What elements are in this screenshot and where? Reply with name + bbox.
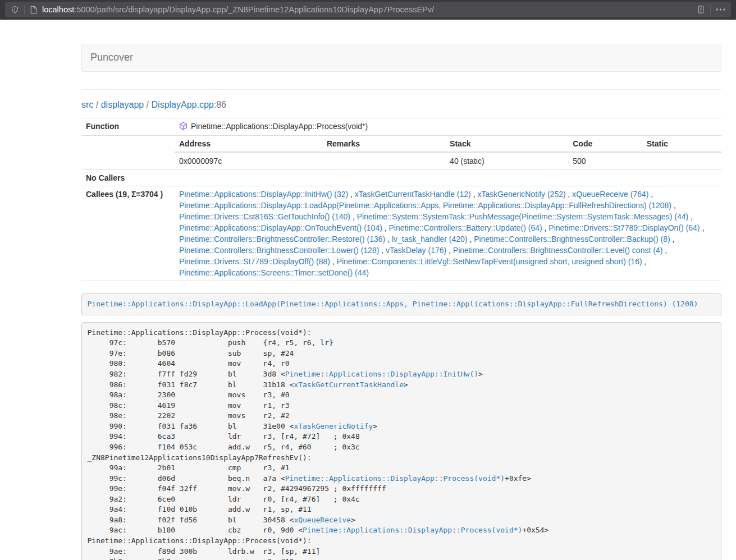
breadcrumb: src / displayapp / DisplayApp.cpp:86 bbox=[81, 99, 721, 110]
callee-link[interactable]: Pinetime::Applications::Screens::Timer::… bbox=[179, 268, 369, 277]
callee-link[interactable]: Pinetime::Applications::DisplayApp::Load… bbox=[179, 201, 671, 210]
stats-value-row: 0x0000097c40 (static)500 bbox=[175, 152, 721, 169]
callee-link[interactable]: Pinetime::Drivers::St7789::DisplayOff() … bbox=[179, 257, 330, 266]
urlbar-divider bbox=[24, 5, 25, 15]
callee-link[interactable]: Pinetime::Controllers::BrightnessControl… bbox=[474, 235, 670, 244]
function-label: Function bbox=[81, 118, 175, 136]
callee-link[interactable]: Pinetime::Controllers::Battery::Update()… bbox=[389, 223, 542, 232]
breadcrumb-link[interactable]: DisplayApp.cpp bbox=[152, 100, 214, 109]
menu-icon[interactable] bbox=[716, 8, 725, 11]
function-table: Function Pinetime::Applications::Display… bbox=[81, 118, 721, 281]
stats-row: AddressRemarksStackCodeStatic 0x0000097c… bbox=[81, 136, 721, 170]
callee-link[interactable]: xTaskGenericNotify (252) bbox=[477, 190, 565, 199]
no-callers-row: No Callers bbox=[81, 170, 721, 186]
urlbar-divider bbox=[710, 5, 711, 15]
disassembly-symbol-link[interactable]: xTaskGetCurrentTaskHandle bbox=[294, 380, 404, 389]
callee-link[interactable]: lv_task_handler (420) bbox=[392, 235, 468, 244]
callee-link[interactable]: xQueueReceive (764) bbox=[572, 190, 648, 199]
column-header: Static bbox=[642, 136, 721, 152]
page-content: Puncover src / displayapp / DisplayApp.c… bbox=[81, 44, 721, 560]
empty-cell bbox=[81, 136, 175, 170]
highlighted-symbol-link[interactable]: Pinetime::Applications::DisplayApp::Load… bbox=[88, 300, 698, 308]
table-cell bbox=[642, 152, 721, 169]
stats-table: AddressRemarksStackCodeStatic 0x0000097c… bbox=[175, 136, 721, 169]
url-host: localhost bbox=[42, 5, 74, 14]
app-navbar: Puncover bbox=[81, 44, 721, 72]
url-text[interactable]: localhost:5000/path/src/displayapp/Displ… bbox=[42, 4, 697, 16]
shield-icon[interactable] bbox=[11, 6, 19, 14]
disassembly-symbol-link[interactable]: xQueueReceive bbox=[294, 516, 351, 524]
cube-icon bbox=[179, 122, 188, 133]
callee-link[interactable]: Pinetime::System::SystemTask::PushMessag… bbox=[357, 212, 689, 221]
callees-list: Pinetime::Applications::DisplayApp::Init… bbox=[175, 186, 721, 281]
disassembly-symbol-link[interactable]: Pinetime::Applications::DisplayApp::Proc… bbox=[285, 474, 505, 483]
table-cell bbox=[322, 152, 445, 169]
callee-link[interactable]: Pinetime::Components::LittleVgl::SetNewT… bbox=[337, 257, 642, 266]
disassembly-symbol-link[interactable]: Pinetime::Applications::DisplayApp::Proc… bbox=[303, 526, 522, 534]
callees-label: Callees (19, Σ=3704 ) bbox=[81, 186, 175, 281]
callee-link[interactable]: Pinetime::Drivers::St7789::DisplayOn() (… bbox=[548, 223, 700, 232]
browser-toolbar: localhost:5000/path/src/displayapp/Displ… bbox=[0, 0, 736, 20]
function-row: Function Pinetime::Applications::Display… bbox=[81, 118, 721, 136]
breadcrumb-link[interactable]: src bbox=[81, 100, 93, 109]
url-bar[interactable]: localhost:5000/path/src/displayapp/Displ… bbox=[5, 2, 731, 17]
column-header: Remarks bbox=[322, 136, 445, 152]
callee-link[interactable]: Pinetime::Controllers::BrightnessControl… bbox=[453, 246, 662, 255]
column-header: Stack bbox=[445, 136, 568, 152]
callee-link[interactable]: Pinetime::Controllers::BrightnessControl… bbox=[179, 246, 379, 255]
callee-link[interactable]: Pinetime::Drivers::Cst816S::GetTouchInfo… bbox=[179, 212, 350, 221]
highlighted-symbol: Pinetime::Applications::DisplayApp::Load… bbox=[81, 293, 721, 315]
callee-link[interactable]: Pinetime::Applications::DisplayApp::Init… bbox=[179, 190, 348, 199]
page-icon bbox=[30, 6, 38, 14]
table-cell: 40 (static) bbox=[445, 152, 568, 169]
url-path: :5000/path/src/displayapp/DisplayApp.cpp… bbox=[74, 5, 434, 14]
stats-header-row: AddressRemarksStackCodeStatic bbox=[175, 136, 721, 152]
table-cell: 0x0000097c bbox=[175, 152, 322, 169]
disassembly: Pinetime::Applications::DisplayApp::Proc… bbox=[81, 322, 721, 560]
app-brand[interactable]: Puncover bbox=[82, 51, 141, 65]
callee-link[interactable]: xTaskGetCurrentTaskHandle (12) bbox=[355, 190, 471, 199]
disassembly-symbol-link[interactable]: xTaskGenericNotify bbox=[294, 422, 373, 430]
callees-row: Callees (19, Σ=3704 ) Pinetime::Applicat… bbox=[81, 186, 721, 281]
function-name: Pinetime::Applications::DisplayApp::Proc… bbox=[191, 122, 368, 131]
breadcrumb-link[interactable]: displayapp bbox=[101, 100, 144, 109]
column-header: Code bbox=[568, 136, 642, 152]
no-callers-label: No Callers bbox=[81, 170, 175, 186]
callee-link[interactable]: vTaskDelay (176) bbox=[386, 246, 446, 255]
callee-link[interactable]: Pinetime::Applications::DisplayApp::OnTo… bbox=[179, 223, 382, 232]
disassembly-symbol-link[interactable]: Pinetime::Applications::DisplayApp::Init… bbox=[285, 370, 478, 378]
table-cell: 500 bbox=[568, 152, 642, 169]
callee-link[interactable]: Pinetime::Controllers::BrightnessControl… bbox=[179, 235, 385, 244]
reader-mode-icon[interactable] bbox=[697, 5, 705, 14]
divider bbox=[81, 89, 721, 90]
column-header: Address bbox=[175, 136, 322, 152]
